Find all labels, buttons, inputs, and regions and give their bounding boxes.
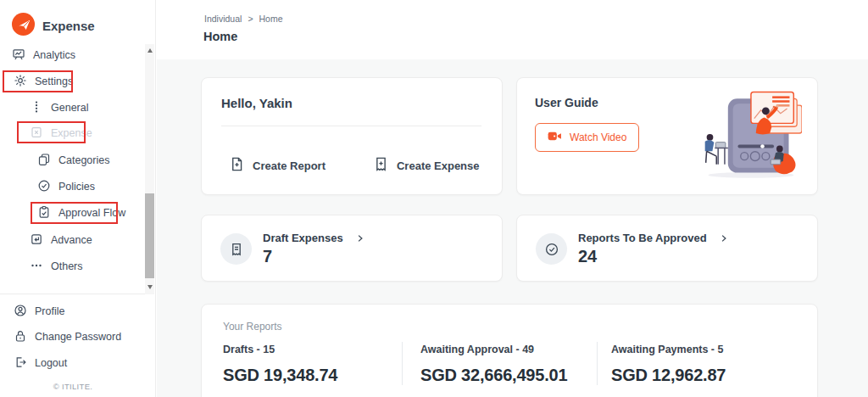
sidebar-item-label: Policies <box>58 181 95 193</box>
breadcrumb-individual[interactable]: Individual <box>204 14 242 24</box>
return-arrow-icon <box>30 232 43 249</box>
create-expense-button[interactable]: Create Expense <box>373 156 480 175</box>
sidebar-item-label: Others <box>51 260 83 272</box>
draft-expenses-card[interactable]: Draft Expenses 7 <box>201 215 503 282</box>
sidebar: Expense Analytics Settings General Expen… <box>0 0 156 397</box>
receipt-x-icon <box>30 126 43 142</box>
sidebar-item-label: Expense <box>51 127 92 139</box>
scrollbar-down-arrow-icon[interactable] <box>147 285 153 289</box>
draft-expenses-count: 7 <box>263 247 365 266</box>
sidebar-item-label: Logout <box>35 357 67 369</box>
sidebar-item-others[interactable]: Others <box>30 257 83 276</box>
sidebar-item-general[interactable]: General <box>30 98 88 117</box>
sidebar-item-categories[interactable]: Categories <box>37 151 109 170</box>
kebab-dots-icon <box>30 100 43 116</box>
app-title: Expense <box>42 19 95 33</box>
sidebar-item-label: Settings <box>35 75 73 87</box>
receipt-plus-icon <box>373 156 389 175</box>
paper-plane-icon <box>11 12 36 40</box>
check-circle-icon <box>37 179 51 195</box>
sidebar-divider <box>0 294 146 294</box>
watch-video-label: Watch Video <box>570 131 626 143</box>
logout-icon <box>14 355 27 372</box>
sidebar-item-logout[interactable]: Logout <box>14 354 67 372</box>
sidebar-item-label: Analytics <box>33 49 75 61</box>
sidebar-item-label: Categories <box>58 154 109 166</box>
receipt-icon <box>220 233 252 265</box>
clipboard-check-icon <box>37 205 51 221</box>
column-amount: SGD 12,962.87 <box>611 366 800 385</box>
greeting-title: Hello, Yakin <box>221 96 292 110</box>
reports-to-approve-count: 24 <box>578 247 729 266</box>
ellipsis-icon <box>30 259 43 275</box>
sidebar-item-policies[interactable]: Policies <box>37 177 95 196</box>
greeting-card: Hello, Yakin Create Report Create Expens… <box>201 77 503 195</box>
column-label: Drafts - 15 <box>223 344 402 355</box>
breadcrumb-separator: > <box>248 14 253 24</box>
create-report-button[interactable]: Create Report <box>229 156 326 175</box>
file-plus-icon <box>229 156 245 175</box>
sidebar-item-change-password[interactable]: Change Password <box>14 327 121 346</box>
sidebar-item-analytics[interactable]: Analytics <box>12 46 75 64</box>
person-circle-icon <box>14 304 27 320</box>
sidebar-item-label: Advance <box>51 234 92 246</box>
card-divider <box>221 126 481 126</box>
sidebar-item-settings[interactable]: Settings <box>14 72 73 91</box>
copy-pages-icon <box>37 153 51 169</box>
column-amount: SGD 32,666,495.01 <box>420 366 597 385</box>
sidebar-scrollbar-thumb[interactable] <box>145 193 154 278</box>
main-content: Individual > Home Home Hello, Yakin Crea… <box>157 0 868 397</box>
your-reports-column-awaiting-approval[interactable]: Awaiting Approval - 49 SGD 32,666,495.01 <box>402 342 597 385</box>
sidebar-item-label: Change Password <box>35 331 121 343</box>
copyright-text: © ITILITE. <box>0 382 146 391</box>
your-reports-column-awaiting-payments[interactable]: Awaiting Payments - 5 SGD 12,962.87 <box>597 342 800 385</box>
create-report-label: Create Report <box>253 159 326 172</box>
check-circle-icon <box>536 233 567 265</box>
your-reports-column-drafts[interactable]: Drafts - 15 SGD 19,348.74 <box>223 342 402 385</box>
sidebar-item-advance[interactable]: Advance <box>30 231 92 249</box>
chevron-right-icon[interactable] <box>719 233 729 243</box>
reports-to-approve-card[interactable]: Reports To Be Approved 24 <box>516 215 818 282</box>
presentation-chart-icon <box>12 48 25 64</box>
scrollbar-up-arrow-icon[interactable] <box>147 48 153 53</box>
breadcrumb: Individual > Home <box>204 14 283 24</box>
draft-expenses-label: Draft Expenses <box>263 232 343 244</box>
gear-icon <box>14 74 27 90</box>
sidebar-item-label: Approval Flow <box>58 207 125 219</box>
your-reports-title: Your Reports <box>223 321 282 333</box>
your-reports-card: Your Reports Drafts - 15 SGD 19,348.74 A… <box>201 304 818 397</box>
reports-to-approve-label: Reports To Be Approved <box>578 232 707 244</box>
watch-video-button[interactable]: Watch Video <box>535 123 639 152</box>
column-amount: SGD 19,348.74 <box>223 366 402 385</box>
sidebar-item-label: Profile <box>35 305 64 317</box>
app-logo[interactable]: Expense <box>11 12 95 40</box>
sidebar-item-approval-flow[interactable]: Approval Flow <box>37 204 125 222</box>
sidebar-item-expense[interactable]: Expense <box>30 124 92 143</box>
lock-icon <box>14 329 27 345</box>
user-guide-illustration <box>697 85 802 185</box>
sidebar-item-profile[interactable]: Profile <box>14 302 64 321</box>
breadcrumb-home[interactable]: Home <box>259 14 283 24</box>
user-guide-card: User Guide Watch Video <box>516 77 818 195</box>
column-label: Awaiting Approval - 49 <box>420 344 597 355</box>
chevron-right-icon[interactable] <box>355 233 365 243</box>
page-title: Home <box>203 30 237 43</box>
sidebar-item-label: General <box>51 102 88 114</box>
column-label: Awaiting Payments - 5 <box>611 344 800 355</box>
video-camera-icon <box>548 131 562 144</box>
user-guide-title: User Guide <box>535 96 598 109</box>
create-expense-label: Create Expense <box>397 159 480 172</box>
